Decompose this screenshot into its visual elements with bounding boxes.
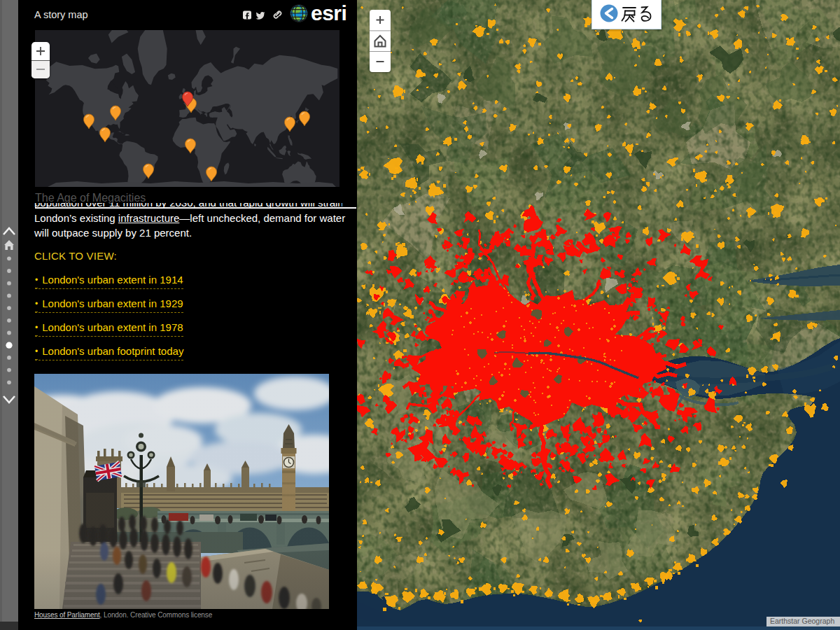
svg-text:esri: esri [311, 1, 346, 24]
